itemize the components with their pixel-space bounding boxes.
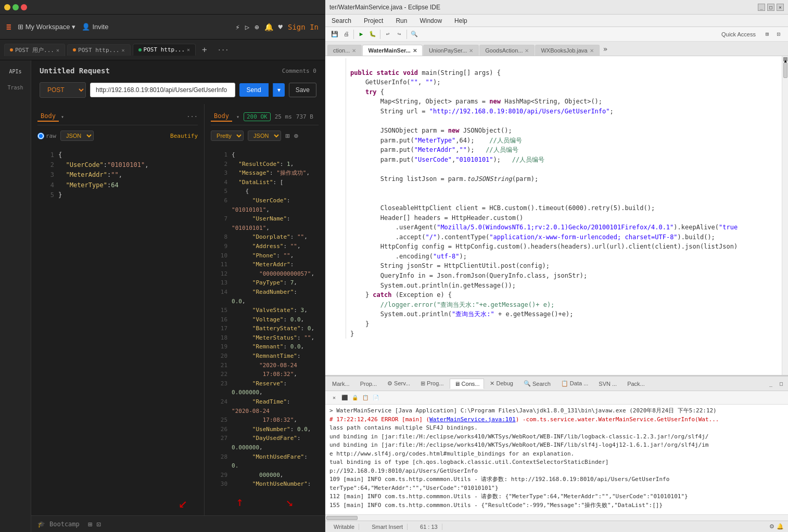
signin-label[interactable]: Sign In	[288, 23, 319, 31]
tb-run-btn[interactable]: ▶	[356, 29, 366, 40]
response-type-select[interactable]: JSON	[248, 131, 281, 141]
response-copy-btn[interactable]: ⊞	[285, 132, 289, 140]
scroll-up-btn[interactable]: ▲	[783, 57, 787, 61]
menu-run[interactable]: Run	[393, 17, 409, 24]
tab-post-http1[interactable]: POST http... ✕	[67, 44, 131, 56]
tab-watermainser[interactable]: WaterMainSer... ✕	[362, 45, 423, 56]
runner-icon[interactable]: ▷	[245, 23, 249, 31]
eclipse-close[interactable]: ✕	[777, 4, 784, 11]
tab-ction-close[interactable]: ✕	[352, 48, 356, 54]
minimize-btn[interactable]	[4, 4, 10, 10]
bottom-tab-svn[interactable]: SVN ...	[594, 379, 621, 389]
console-scroll-lock-btn[interactable]: 🔒	[350, 393, 360, 403]
raw-radio[interactable]: raw	[37, 133, 56, 139]
response-body-editor[interactable]: 1{ 2 "ResultCode": 1, 3 "Message": "操作成功…	[211, 146, 319, 489]
tab-goodsaction-close[interactable]: ✕	[525, 48, 529, 54]
console-paste-btn[interactable]: 📄	[371, 393, 380, 403]
response-search-btn[interactable]: ⊕	[294, 132, 298, 140]
invite-button[interactable]: 👤 Invite	[82, 23, 108, 31]
tab-overflow-btn[interactable]: »	[600, 43, 611, 55]
sidebar-item-trash[interactable]: Trash	[7, 85, 23, 90]
tb-redo-btn[interactable]: ↪	[394, 29, 404, 40]
tab-close-1[interactable]: ✕	[56, 47, 59, 53]
beautify-button[interactable]: Beautify	[170, 133, 198, 139]
quick-access-label[interactable]: Quick Access	[721, 31, 756, 37]
bottom-minimize-btn[interactable]: _	[766, 379, 776, 388]
tab-close-2[interactable]: ✕	[122, 47, 125, 53]
console-output[interactable]: > WaterMainService [Java Application] C:…	[325, 405, 788, 514]
tab-goodsaction[interactable]: GoodsAction... ✕	[479, 45, 535, 56]
import-icon[interactable]: ⊕	[255, 23, 259, 31]
tab-ction-label: ction...	[333, 47, 350, 54]
resp-line-5: 5 {	[215, 187, 314, 196]
bottom-tab-prop[interactable]: Prop...	[355, 379, 382, 389]
console-terminate-btn[interactable]: ⬛	[340, 393, 349, 403]
tabs-more-button[interactable]: ···	[213, 44, 233, 56]
body-tab[interactable]: Body	[37, 111, 59, 122]
close-btn[interactable]	[21, 4, 27, 10]
tab-close-3[interactable]: ✕	[187, 47, 190, 53]
tab-unionpayser-close[interactable]: ✕	[469, 48, 473, 54]
horizontal-scrollbar[interactable]	[325, 514, 788, 521]
workspace-button[interactable]: ⊞ My Workspace ▾	[18, 23, 76, 31]
tb-layout-btn[interactable]: ⊡	[773, 29, 784, 40]
bottom-tab-serv[interactable]: ⚙ Serv...	[383, 378, 415, 389]
tab-watermainser-label: WaterMainSer...	[368, 47, 411, 54]
request-area: Untitled Request Comments 0 POST GET PUT…	[31, 60, 325, 104]
save-button[interactable]: Save	[289, 83, 316, 97]
menu-help[interactable]: Help	[452, 17, 469, 24]
maximize-btn[interactable]	[12, 4, 19, 10]
tab-watermainser-close[interactable]: ✕	[413, 48, 417, 54]
bootcamp-label[interactable]: Bootcamp	[49, 521, 80, 528]
heart-icon[interactable]: ♥	[278, 23, 283, 31]
eclipse-minimize[interactable]: _	[758, 4, 765, 11]
java-code-scroll[interactable]: public static void main(String[] args) {…	[325, 56, 782, 375]
tb-search-btn[interactable]: 🔍	[409, 29, 420, 40]
response-body-tab[interactable]: Body	[211, 111, 232, 122]
tb-perspective-btn[interactable]: ⊞	[762, 29, 772, 40]
menu-project[interactable]: Project	[362, 17, 385, 24]
send-button[interactable]: Send	[239, 83, 269, 97]
response-format-select[interactable]: Pretty Raw	[211, 131, 244, 141]
bottom-tab-cons[interactable]: 🖥 Cons...	[450, 379, 485, 389]
console-link-1[interactable]: WaterMainService.java:101	[429, 416, 516, 423]
bottom-tab-prog[interactable]: ⊞ Prog...	[416, 378, 448, 389]
tab-wxbooksjob[interactable]: WXBooksJob.java ✕	[535, 45, 599, 56]
sidebar-item-apis[interactable]: APIs	[9, 69, 21, 74]
send-dropdown-button[interactable]: ▾	[273, 83, 285, 97]
request-body-editor[interactable]: 1 { 2 "UserCode":"01010101", 3 "MeterAdd…	[37, 146, 198, 491]
bottom-tab-mark[interactable]: Mark...	[327, 379, 354, 389]
tb-undo-btn[interactable]: ↩	[383, 29, 393, 40]
tb-debug-btn[interactable]: 🐛	[367, 29, 378, 40]
console-copy-btn[interactable]: 📋	[361, 393, 370, 403]
bottom-tab-data[interactable]: 📋 Data ...	[556, 378, 593, 389]
tab-ction[interactable]: ction... ✕	[327, 45, 362, 56]
h-scroll-thumb[interactable]	[326, 516, 358, 520]
tab-unionpayser[interactable]: UnionPaySer... ✕	[423, 45, 479, 56]
tab-post-http2[interactable]: POST http... ✕	[133, 44, 196, 56]
new-tab-button[interactable]: +	[198, 43, 211, 57]
tab-wxbooksjob-close[interactable]: ✕	[590, 48, 594, 54]
arrow-annotation-1: ↙	[37, 494, 198, 511]
bottom-tab-debug[interactable]: ✕ Debug	[485, 378, 517, 389]
tb-save-btn[interactable]: 💾	[329, 29, 340, 40]
scroll-thumb[interactable]	[783, 62, 787, 78]
bottom-tab-search[interactable]: 🔍Search	[519, 378, 555, 389]
bottom-maximize-btn[interactable]: □	[777, 379, 786, 388]
menu-search[interactable]: Search	[329, 17, 353, 24]
tab-wxbooksjob-label: WXBooksJob.java	[541, 47, 587, 54]
bell-icon[interactable]: 🔔	[264, 23, 273, 31]
lightning-icon[interactable]: ⚡	[235, 23, 239, 31]
method-select[interactable]: POST GET PUT DELETE	[40, 82, 86, 98]
eclipse-maximize[interactable]: □	[767, 4, 774, 11]
menu-window[interactable]: Window	[417, 17, 444, 24]
json-select[interactable]: JSON	[60, 131, 94, 141]
bottom-tab-pack[interactable]: Pack...	[622, 379, 650, 389]
eclipse-title-bar: ter/WaterMainService.java - Eclipse IDE …	[325, 0, 788, 15]
vertical-scrollbar[interactable]: ▲	[782, 56, 788, 375]
tab-post-users[interactable]: POST 用户... ✕	[4, 44, 65, 56]
body-more-btn[interactable]: ···	[186, 113, 198, 120]
console-clear-btn[interactable]: ✕	[329, 393, 339, 403]
tb-print-btn[interactable]: 🖨	[341, 29, 351, 40]
url-input[interactable]	[90, 83, 235, 97]
